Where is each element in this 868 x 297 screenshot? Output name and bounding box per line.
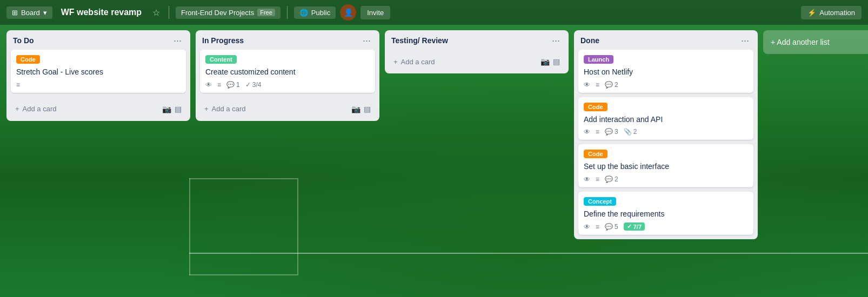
check-icon-req: ✓ <box>627 223 632 230</box>
card-label-launch: Launch <box>584 55 613 64</box>
card-requirements[interactable]: Concept Define the requirements 👁 ≡ 💬 5 … <box>578 192 753 235</box>
eye-icon-interface: 👁 <box>584 176 590 183</box>
list-todo-menu-button[interactable]: ··· <box>171 36 184 45</box>
card-label-concept: Concept <box>584 197 616 206</box>
add-card-testing-icons: 📷 ▤ <box>540 57 560 66</box>
card-netlify-meta: 👁 ≡ 💬 2 <box>584 81 748 89</box>
list-todo-title: To Do <box>13 36 34 45</box>
star-icon: ☆ <box>152 8 160 17</box>
list-in-progress-cards: Content Create customized content 👁 ≡ 💬 … <box>196 50 379 97</box>
video-icon-2: 📷 <box>351 105 360 113</box>
list-testing: Testing/ Review ··· + Add a card 📷 ▤ <box>385 30 569 73</box>
invite-button[interactable]: Invite <box>360 6 390 19</box>
list-in-progress-footer: + Add a card 📷 ▤ <box>196 97 379 121</box>
list-testing-title: Testing/ Review <box>391 36 448 45</box>
card-stretch-goal-meta: ≡ <box>16 81 181 89</box>
comment-number-req: 5 <box>615 223 618 231</box>
card-netlify[interactable]: Launch Host on Netlify 👁 ≡ 💬 2 <box>578 50 753 93</box>
card-api-meta: 👁 ≡ 💬 3 📎 2 <box>584 128 748 136</box>
list-todo-footer: + Add a card 📷 ▤ <box>6 97 190 121</box>
comment-icon-netlify: 💬 <box>605 81 613 89</box>
template-icon: ▤ <box>175 105 182 113</box>
card-stretch-goal[interactable]: Code Stretch Goal - Live scores ≡ <box>11 50 186 93</box>
workspace-button[interactable]: Front-End Dev Projects Free <box>176 6 281 19</box>
add-card-testing-button[interactable]: + Add a card 📷 ▤ <box>389 54 564 69</box>
star-button[interactable]: ☆ <box>150 5 162 20</box>
list-done: Done ··· Launch Host on Netlify 👁 ≡ 💬 2 <box>574 30 758 239</box>
lightning-icon: ⚡ <box>807 9 816 17</box>
eye-icon-api: 👁 <box>584 128 590 136</box>
comment-icon-interface: 💬 <box>605 176 613 183</box>
card-api-title: Add interaction and API <box>584 114 748 125</box>
list-todo-header: To Do ··· <box>6 30 190 50</box>
public-label: Public <box>311 9 330 17</box>
card-basic-interface-meta: 👁 ≡ 💬 2 <box>584 176 748 183</box>
eye-icon-netlify: 👁 <box>584 81 590 89</box>
comment-interface: 💬 2 <box>605 176 618 183</box>
attach-api: 📎 2 <box>624 128 637 136</box>
comment-number-netlify: 2 <box>615 81 618 89</box>
add-card-todo-button[interactable]: + Add a card 📷 ▤ <box>11 102 186 117</box>
comment-icon-api: 💬 <box>605 128 613 136</box>
list-todo-cards: Code Stretch Goal - Live scores ≡ <box>6 50 190 97</box>
globe-icon: 🌐 <box>299 9 308 17</box>
add-list-label: + Add another list <box>771 38 830 46</box>
plus-icon-3: + <box>393 58 398 66</box>
card-basic-interface-title: Set up the basic interface <box>584 161 748 172</box>
checklist-value: 3/4 <box>252 81 262 89</box>
avatar: 👤 <box>340 4 356 21</box>
list-done-title: Done <box>580 36 599 45</box>
card-label-content: Content <box>205 55 237 64</box>
list-testing-footer: + Add a card 📷 ▤ <box>385 50 569 73</box>
attach-number-api: 2 <box>633 128 637 136</box>
comment-number-api: 3 <box>615 128 618 136</box>
card-api[interactable]: Code Add interaction and API 👁 ≡ 💬 3 📎 2 <box>578 97 753 140</box>
header-divider <box>169 6 169 19</box>
eye-icon-req: 👁 <box>584 223 590 231</box>
template-icon-3: ▤ <box>553 57 560 66</box>
invite-label: Invite <box>367 9 384 17</box>
header: ⊞ Board ▾ WF website revamp ☆ Front-End … <box>0 0 868 25</box>
public-button[interactable]: 🌐 Public <box>294 6 336 19</box>
desc-icon-req: ≡ <box>596 223 599 231</box>
comment-netlify: 💬 2 <box>605 81 618 89</box>
checklist-value-req: 7/7 <box>633 224 642 230</box>
card-description-icon: ≡ <box>16 81 20 89</box>
add-card-todo-icons: 📷 ▤ <box>162 105 182 113</box>
card-requirements-title: Define the requirements <box>584 209 748 220</box>
card-stretch-goal-title: Stretch Goal - Live scores <box>16 67 181 78</box>
board-icon: ⊞ <box>12 9 18 17</box>
list-in-progress-title: In Progress <box>202 36 244 45</box>
list-testing-menu-button[interactable]: ··· <box>550 36 562 45</box>
list-in-progress-header: In Progress ··· <box>196 30 379 50</box>
card-customized-content[interactable]: Content Create customized content 👁 ≡ 💬 … <box>200 50 375 93</box>
card-customized-content-title: Create customized content <box>205 67 370 78</box>
list-todo: To Do ··· Code Stretch Goal - Live score… <box>6 30 190 121</box>
video-icon-3: 📷 <box>540 57 550 66</box>
list-done-menu-button[interactable]: ··· <box>739 36 751 45</box>
add-card-in-progress-button[interactable]: + Add a card 📷 ▤ <box>200 102 375 117</box>
comment-number: 1 <box>236 81 240 89</box>
board-title: WF website revamp <box>57 5 146 19</box>
add-card-in-progress-icons: 📷 ▤ <box>351 105 371 113</box>
comment-icon-req: 💬 <box>605 223 613 231</box>
list-in-progress-menu-button[interactable]: ··· <box>360 36 373 45</box>
automation-button[interactable]: ⚡ Automation <box>801 6 862 19</box>
desc-icon: ≡ <box>217 81 221 89</box>
list-done-cards: Launch Host on Netlify 👁 ≡ 💬 2 Code Add … <box>574 50 758 239</box>
add-list-button[interactable]: + Add another list <box>763 30 868 54</box>
free-badge: Free <box>257 9 275 16</box>
chevron-down-icon: ▾ <box>43 9 47 17</box>
list-done-header: Done ··· <box>574 30 758 50</box>
card-basic-interface[interactable]: Code Set up the basic interface 👁 ≡ 💬 2 <box>578 144 753 187</box>
add-card-todo-label: Add a card <box>23 105 57 113</box>
workspace-label: Front-End Dev Projects <box>181 9 254 17</box>
board-button[interactable]: ⊞ Board ▾ <box>6 6 52 19</box>
desc-icon-interface: ≡ <box>596 176 599 183</box>
list-in-progress: In Progress ··· Content Create customize… <box>196 30 379 121</box>
card-label-code: Code <box>16 55 40 64</box>
card-requirements-meta: 👁 ≡ 💬 5 ✓ 7/7 <box>584 222 748 231</box>
board-area: To Do ··· Code Stretch Goal - Live score… <box>0 25 868 297</box>
check-icon: ✓ <box>245 81 251 89</box>
plus-icon-2: + <box>204 105 209 113</box>
